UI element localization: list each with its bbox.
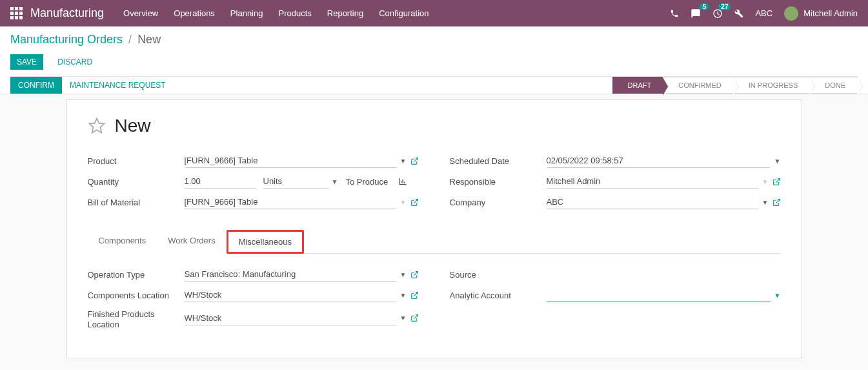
bom-input[interactable] <box>185 195 396 209</box>
external-link-icon[interactable] <box>410 314 419 322</box>
nav-menu-configuration[interactable]: Configuration <box>379 8 429 18</box>
nav-menu: Overview Operations Planning Products Re… <box>123 8 670 18</box>
form-col-right: Scheduled Date ▼ Responsible ▼ <box>450 152 781 214</box>
user-menu[interactable]: Mitchell Admin <box>784 6 858 21</box>
external-link-icon[interactable] <box>772 198 781 207</box>
analytic-account-label: Analytic Account <box>450 291 547 300</box>
misc-col-left: Operation Type ▼ Components Location ▼ <box>88 265 419 332</box>
product-label: Product <box>88 156 185 166</box>
breadcrumb-current: New <box>137 33 161 46</box>
caret-down-icon[interactable]: ▼ <box>400 292 407 299</box>
tab-miscellaneous[interactable]: Miscellaneous <box>227 230 304 254</box>
activity-badge: 27 <box>718 3 731 10</box>
operation-type-input[interactable] <box>185 267 396 282</box>
caret-down-icon[interactable]: ▼ <box>762 199 769 206</box>
form-grid-top: Product ▼ Quantity ▼ To <box>88 152 781 214</box>
forecast-graph-icon[interactable] <box>398 177 407 186</box>
components-location-label: Components Location <box>88 291 185 300</box>
finished-products-location-label: Finished Products Location <box>88 307 185 329</box>
maintenance-request-button[interactable]: Maintenance Request <box>62 77 174 94</box>
form-tabs: Components Work Orders Miscellaneous <box>88 229 781 254</box>
breadcrumb-parent[interactable]: Manufacturing Orders <box>10 33 123 46</box>
quantity-label: Quantity <box>88 177 185 187</box>
caret-down-icon[interactable]: ▼ <box>332 178 338 185</box>
stage-draft[interactable]: Draft <box>612 77 663 94</box>
cp-buttons: Save Discard <box>10 54 858 70</box>
tab-work-orders[interactable]: Work Orders <box>157 230 226 254</box>
nav-menu-products[interactable]: Products <box>278 8 311 18</box>
caret-down-icon[interactable]: ▼ <box>774 158 781 165</box>
save-button[interactable]: Save <box>10 54 43 70</box>
company-switcher[interactable]: ABC <box>755 8 772 18</box>
caret-down-icon[interactable]: ▼ <box>400 314 407 322</box>
phone-icon[interactable] <box>670 9 679 18</box>
external-link-icon[interactable] <box>410 198 419 207</box>
quantity-input[interactable] <box>185 174 256 189</box>
company-input[interactable] <box>547 195 758 209</box>
operation-type-label: Operation Type <box>88 270 185 280</box>
user-name: Mitchell Admin <box>803 8 858 18</box>
form-col-left: Product ▼ Quantity ▼ To <box>88 152 419 214</box>
page-title: New <box>115 116 151 136</box>
status-left: Confirm Maintenance Request <box>10 77 174 94</box>
scheduled-date-label: Scheduled Date <box>450 156 547 166</box>
caret-down-icon[interactable]: ▼ <box>774 292 781 299</box>
status-bar: Confirm Maintenance Request Draft Confir… <box>10 76 858 94</box>
form-container: New Product ▼ Quantity <box>0 99 868 370</box>
form-title-row: New <box>88 116 781 136</box>
nav-menu-overview[interactable]: Overview <box>123 8 158 18</box>
misc-col-right: Source Analytic Account ▼ <box>450 265 781 332</box>
stage-in-progress[interactable]: In Progress <box>733 77 809 94</box>
nav-menu-planning[interactable]: Planning <box>230 8 263 18</box>
quantity-units-input[interactable] <box>263 174 328 189</box>
scheduled-date-input[interactable] <box>547 154 771 168</box>
external-link-icon[interactable] <box>772 178 781 186</box>
bom-label: Bill of Material <box>88 198 185 207</box>
finished-products-location-input[interactable] <box>185 311 396 325</box>
control-panel: Manufacturing Orders / New Save Discard … <box>0 26 868 94</box>
tools-icon[interactable] <box>734 9 743 18</box>
product-input[interactable] <box>185 154 396 168</box>
misc-tab-content: Operation Type ▼ Components Location ▼ <box>88 265 781 332</box>
responsible-input[interactable] <box>547 174 758 189</box>
activity-icon[interactable]: 27 <box>712 8 723 19</box>
breadcrumb-sep: / <box>128 33 132 46</box>
caret-down-icon[interactable]: ▼ <box>400 158 407 165</box>
chat-icon[interactable]: 5 <box>691 8 701 19</box>
nav-menu-operations[interactable]: Operations <box>174 8 215 18</box>
chat-badge: 5 <box>700 3 709 10</box>
status-stages: Draft Confirmed In Progress Done <box>612 77 858 94</box>
external-link-icon[interactable] <box>410 157 419 165</box>
stage-done[interactable]: Done <box>809 77 858 94</box>
form-sheet: New Product ▼ Quantity <box>66 99 802 358</box>
avatar-icon <box>784 6 798 21</box>
tab-components[interactable]: Components <box>88 230 157 254</box>
caret-down-icon[interactable]: ▼ <box>762 178 769 185</box>
breadcrumb: Manufacturing Orders / New <box>10 33 858 46</box>
nav-right: 5 27 ABC Mitchell Admin <box>670 6 858 21</box>
favorite-star-icon[interactable] <box>88 117 106 135</box>
caret-down-icon[interactable]: ▼ <box>400 199 407 206</box>
app-brand[interactable]: Manufacturing <box>30 6 104 20</box>
discard-button[interactable]: Discard <box>51 54 99 70</box>
external-link-icon[interactable] <box>410 291 419 300</box>
components-location-input[interactable] <box>185 288 396 302</box>
analytic-account-input[interactable] <box>547 288 771 302</box>
source-label: Source <box>450 270 547 280</box>
quantity-suffix: To Produce <box>341 177 388 187</box>
company-label: Company <box>450 198 547 207</box>
top-navbar: Manufacturing Overview Operations Planni… <box>0 0 868 26</box>
confirm-button[interactable]: Confirm <box>10 77 62 94</box>
external-link-icon[interactable] <box>410 271 419 279</box>
stage-confirmed[interactable]: Confirmed <box>663 77 733 94</box>
caret-down-icon[interactable]: ▼ <box>400 271 407 278</box>
nav-menu-reporting[interactable]: Reporting <box>327 8 363 18</box>
responsible-label: Responsible <box>450 177 547 187</box>
apps-launcher-icon[interactable] <box>10 7 23 19</box>
